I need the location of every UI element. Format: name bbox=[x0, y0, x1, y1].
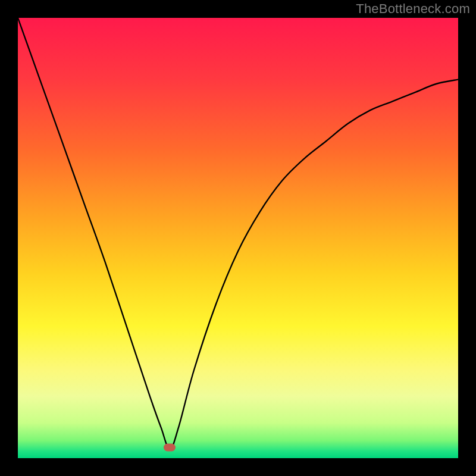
bottleneck-curve bbox=[18, 18, 458, 458]
optimum-marker bbox=[164, 443, 176, 451]
chart-frame: TheBottleneck.com bbox=[0, 0, 476, 476]
plot-area bbox=[18, 18, 458, 458]
curve-path bbox=[18, 18, 458, 449]
watermark-text: TheBottleneck.com bbox=[356, 1, 470, 17]
